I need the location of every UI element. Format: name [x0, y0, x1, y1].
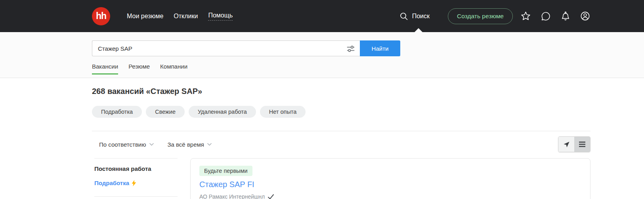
be-first-badge: Будьте первыми — [199, 166, 252, 176]
search-tabs: Вакансии Резюме Компании — [92, 63, 590, 75]
chip-no-experience[interactable]: Нет опыта — [260, 106, 306, 118]
view-toggle — [558, 136, 590, 152]
quick-filter-chips: Подработка Свежие Удаленная работа Нет о… — [92, 106, 590, 118]
hamburger-list-icon — [579, 141, 586, 147]
chat-bubble-icon[interactable] — [540, 11, 551, 21]
sort-dropdown-label: По соответствию — [99, 141, 146, 148]
chip-fresh[interactable]: Свежие — [146, 106, 185, 118]
nav-help[interactable]: Помощь — [208, 12, 233, 21]
period-dropdown[interactable]: За всё время — [168, 141, 212, 148]
create-resume-button[interactable]: Создать резюме — [448, 8, 513, 24]
filters-sidebar: Постоянная работа Подработка — [92, 158, 190, 197]
section-divider — [92, 131, 590, 131]
chevron-down-icon — [149, 143, 154, 146]
header-search-label: Поиск — [412, 13, 430, 20]
part-time-link-label: Подработка — [94, 180, 129, 186]
permanent-work-label: Постоянная работа — [94, 165, 178, 172]
sort-dropdown[interactable]: По соответствию — [99, 141, 154, 148]
search-panel: Найти Вакансии Резюме Компании — [0, 32, 644, 78]
favorites-star-icon[interactable] — [520, 11, 531, 21]
chevron-down-icon — [207, 143, 212, 146]
tab-resumes[interactable]: Резюме — [128, 63, 150, 75]
profile-icon[interactable] — [580, 11, 590, 21]
navigation-arrow-icon — [563, 141, 570, 148]
header-search-button[interactable]: Поиск — [399, 11, 430, 21]
vacancy-title-link[interactable]: Стажер SAP FI — [199, 180, 581, 189]
nav-responses[interactable]: Отклики — [174, 13, 198, 20]
company-name[interactable]: АО Рамакс Интернейшнл — [199, 193, 265, 199]
search-icon — [399, 11, 409, 21]
map-view-button[interactable] — [558, 137, 574, 152]
part-time-link[interactable]: Подработка — [94, 180, 178, 186]
verified-check-icon — [268, 194, 274, 199]
filters-sliders-icon[interactable] — [346, 44, 356, 54]
panel-notch — [414, 28, 423, 33]
nav-my-resumes[interactable]: Мои резюме — [127, 13, 163, 20]
find-button[interactable]: Найти — [360, 40, 400, 56]
list-view-button[interactable] — [574, 137, 590, 152]
vacancy-card[interactable]: Будьте первыми Стажер SAP FI АО Рамакс И… — [190, 158, 590, 199]
results-heading: 268 вакансий «Стажер SAP» — [92, 87, 590, 96]
search-query-input[interactable] — [92, 40, 360, 56]
chip-remote[interactable]: Удаленная работа — [189, 106, 256, 118]
period-dropdown-label: За всё время — [168, 141, 204, 148]
tab-vacancies[interactable]: Вакансии — [92, 63, 118, 75]
tab-companies[interactable]: Компании — [160, 63, 187, 75]
main-nav: Мои резюме Отклики Помощь — [127, 12, 233, 21]
chip-part-time[interactable]: Подработка — [92, 106, 142, 118]
notifications-bell-icon[interactable] — [560, 11, 571, 21]
lightning-bolt-icon — [132, 180, 136, 186]
top-header: hh Мои резюме Отклики Помощь Поиск Созда… — [0, 0, 644, 32]
hh-logo[interactable]: hh — [92, 7, 110, 25]
